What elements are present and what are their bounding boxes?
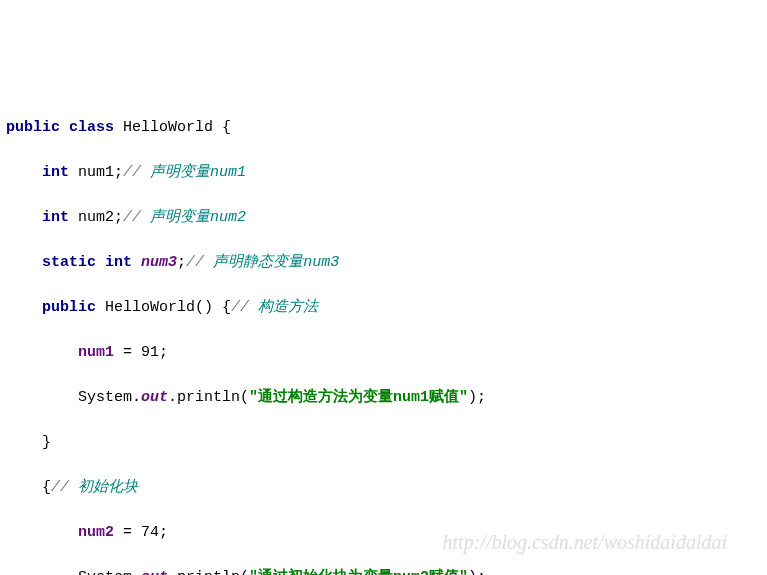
class-name: HelloWorld bbox=[123, 119, 213, 136]
semi: ; bbox=[114, 164, 123, 181]
call: .println( bbox=[168, 569, 249, 576]
keyword: int bbox=[42, 209, 69, 226]
call: .println( bbox=[168, 389, 249, 406]
code-line: public class HelloWorld { bbox=[6, 117, 761, 140]
parens: () bbox=[195, 299, 213, 316]
sys: System. bbox=[78, 389, 141, 406]
var-name: num2 bbox=[78, 209, 114, 226]
static-var: num3 bbox=[141, 254, 177, 271]
code-line: num1 = 91; bbox=[6, 342, 761, 365]
comment: // bbox=[51, 479, 78, 496]
semi: ; bbox=[177, 254, 186, 271]
end: ); bbox=[468, 569, 486, 576]
code-line: {// 初始化块 bbox=[6, 477, 761, 500]
brace: } bbox=[42, 434, 51, 451]
assign: = 91; bbox=[114, 344, 168, 361]
semi: ; bbox=[114, 209, 123, 226]
brace: { bbox=[222, 119, 231, 136]
comment-text: 声明静态变量num3 bbox=[213, 254, 339, 271]
sys: System. bbox=[78, 569, 141, 576]
brace: { bbox=[222, 299, 231, 316]
comment: // bbox=[186, 254, 213, 271]
comment-text: 初始化块 bbox=[78, 479, 138, 496]
assign: = 74; bbox=[114, 524, 168, 541]
comment-text: 声明变量num1 bbox=[150, 164, 246, 181]
comment-text: 声明变量num2 bbox=[150, 209, 246, 226]
comment: // bbox=[123, 209, 150, 226]
code-line: System.out.println("通过构造方法为变量num1赋值"); bbox=[6, 387, 761, 410]
ctor-name: HelloWorld bbox=[105, 299, 195, 316]
comment-text: 构造方法 bbox=[258, 299, 318, 316]
code-line: int num2;// 声明变量num2 bbox=[6, 207, 761, 230]
brace: { bbox=[42, 479, 51, 496]
comment: // bbox=[231, 299, 258, 316]
keyword: static bbox=[42, 254, 96, 271]
string: "通过构造方法为变量num1赋值" bbox=[249, 389, 468, 406]
code-line: } bbox=[6, 432, 761, 455]
out: out bbox=[141, 569, 168, 576]
var-name: num1 bbox=[78, 164, 114, 181]
code-block: public class HelloWorld { int num1;// 声明… bbox=[6, 94, 761, 575]
code-line: public HelloWorld() {// 构造方法 bbox=[6, 297, 761, 320]
end: ); bbox=[468, 389, 486, 406]
out: out bbox=[141, 389, 168, 406]
code-line: static int num3;// 声明静态变量num3 bbox=[6, 252, 761, 275]
keyword: int bbox=[42, 164, 69, 181]
comment: // bbox=[123, 164, 150, 181]
keyword: public bbox=[42, 299, 96, 316]
field: num2 bbox=[78, 524, 114, 541]
keyword: class bbox=[69, 119, 114, 136]
string: "通过初始化块为变量num2赋值" bbox=[249, 569, 468, 576]
field: num1 bbox=[78, 344, 114, 361]
keyword: int bbox=[105, 254, 132, 271]
code-line: int num1;// 声明变量num1 bbox=[6, 162, 761, 185]
code-line: System.out.println("通过初始化块为变量num2赋值"); bbox=[6, 567, 761, 576]
keyword: public bbox=[6, 119, 60, 136]
code-line: num2 = 74; bbox=[6, 522, 761, 545]
